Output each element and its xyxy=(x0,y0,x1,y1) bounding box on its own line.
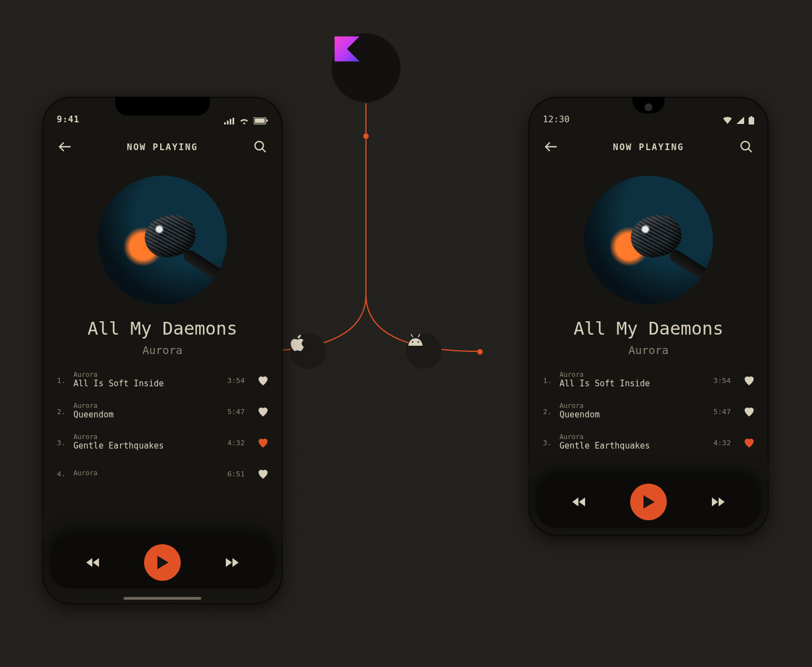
favorite-button[interactable] xyxy=(255,465,271,482)
next-button[interactable] xyxy=(707,492,727,512)
search-icon xyxy=(740,140,753,153)
track-duration: 5:47 xyxy=(706,407,731,416)
connector-graphic xyxy=(251,33,481,389)
skip-back-icon xyxy=(572,496,587,507)
track-meta: Aurora xyxy=(73,470,212,477)
transport-bar xyxy=(536,476,761,528)
track-index: 4. xyxy=(53,470,66,478)
track-row[interactable]: 1.AuroraAll Is Soft Inside3:54 xyxy=(53,365,271,396)
search-button[interactable] xyxy=(736,137,756,157)
apple-badge xyxy=(290,334,326,369)
track-name: Gentle Earthquakes xyxy=(560,441,699,452)
connector-dot-top xyxy=(363,133,369,139)
album-art-mic-body xyxy=(667,248,713,305)
page-title: NOW PLAYING xyxy=(127,142,198,152)
prev-button[interactable] xyxy=(83,552,103,573)
song-artist: Aurora xyxy=(42,344,283,357)
track-index: 1. xyxy=(53,376,66,385)
ios-clock: 9:41 xyxy=(57,114,80,125)
track-row[interactable]: 2.AuroraQueendom5:47 xyxy=(539,396,757,427)
android-topbar: NOW PLAYING xyxy=(528,128,769,161)
battery-icon xyxy=(254,117,268,125)
search-icon xyxy=(254,140,267,153)
back-button[interactable] xyxy=(55,137,75,157)
favorite-button[interactable] xyxy=(255,403,271,420)
album-art-mic-body xyxy=(181,248,227,305)
album-art xyxy=(98,176,227,305)
kotlin-badge xyxy=(331,33,400,102)
favorite-button[interactable] xyxy=(741,403,757,420)
track-duration: 3:54 xyxy=(220,376,245,385)
track-artist: Aurora xyxy=(560,371,699,379)
track-row[interactable]: 4.Aurora6:51 xyxy=(53,458,271,489)
ios-topbar: NOW PLAYING xyxy=(42,128,283,161)
svg-point-1 xyxy=(418,341,419,343)
heart-icon xyxy=(743,374,755,386)
song-title: All My Daemons xyxy=(42,318,283,339)
play-icon xyxy=(155,555,170,570)
wifi-icon xyxy=(723,117,732,124)
prev-button[interactable] xyxy=(570,492,590,512)
heart-icon xyxy=(257,405,269,417)
play-button[interactable] xyxy=(144,544,181,581)
search-button[interactable] xyxy=(250,137,270,157)
svg-rect-3 xyxy=(255,118,265,123)
android-phone-frame: 12:30 NOW PLAYING All My Daemons Aurora … xyxy=(528,97,769,536)
track-row[interactable]: 1.AuroraAll Is Soft Inside3:54 xyxy=(539,365,757,396)
track-meta: AuroraAll Is Soft Inside xyxy=(73,371,212,390)
heart-icon xyxy=(257,467,269,480)
track-row[interactable]: 3.AuroraGentle Earthquakes4:32 xyxy=(53,427,271,458)
favorite-button[interactable] xyxy=(741,434,757,451)
track-name: All Is Soft Inside xyxy=(560,379,699,390)
ios-notch xyxy=(115,97,210,116)
ios-tracklist[interactable]: 1.AuroraAll Is Soft Inside3:542.AuroraQu… xyxy=(42,365,283,489)
cellular-icon xyxy=(736,117,744,124)
skip-forward-icon xyxy=(224,557,239,568)
track-artist: Aurora xyxy=(73,434,212,441)
svg-rect-7 xyxy=(750,116,752,118)
track-row[interactable]: 2.AuroraQueendom5:47 xyxy=(53,396,271,427)
android-badge xyxy=(406,334,442,369)
track-duration: 6:51 xyxy=(220,470,245,478)
track-artist: Aurora xyxy=(560,434,699,441)
skip-forward-icon xyxy=(710,496,725,507)
track-name: Queendom xyxy=(560,410,699,421)
connector-dot-right xyxy=(477,349,483,355)
home-indicator[interactable] xyxy=(123,597,201,600)
track-meta: AuroraAll Is Soft Inside xyxy=(560,371,699,390)
song-artist: Aurora xyxy=(528,344,769,357)
track-name: All Is Soft Inside xyxy=(73,379,212,390)
heart-icon xyxy=(743,405,755,417)
play-icon xyxy=(641,494,656,510)
track-duration: 3:54 xyxy=(706,376,731,385)
android-clock: 12:30 xyxy=(543,114,570,125)
svg-rect-4 xyxy=(266,120,268,122)
track-meta: AuroraGentle Earthquakes xyxy=(560,434,699,452)
track-index: 3. xyxy=(53,439,66,447)
heart-icon xyxy=(743,436,755,449)
favorite-button[interactable] xyxy=(255,434,271,451)
play-button[interactable] xyxy=(630,484,667,520)
track-row[interactable]: 3.AuroraGentle Earthquakes4:32 xyxy=(539,427,757,458)
favorite-button[interactable] xyxy=(741,372,757,389)
next-button[interactable] xyxy=(221,552,241,573)
song-title: All My Daemons xyxy=(528,318,769,339)
album-art xyxy=(584,176,713,305)
back-button[interactable] xyxy=(541,137,561,157)
heart-icon xyxy=(257,436,269,449)
track-duration: 4:32 xyxy=(706,439,731,447)
track-duration: 5:47 xyxy=(220,407,245,416)
track-name: Gentle Earthquakes xyxy=(73,441,212,452)
track-meta: AuroraQueendom xyxy=(560,402,699,421)
svg-point-0 xyxy=(412,341,414,343)
track-index: 1. xyxy=(539,376,552,385)
battery-icon xyxy=(749,116,754,125)
track-artist: Aurora xyxy=(73,402,212,410)
favorite-button[interactable] xyxy=(255,372,271,389)
svg-rect-6 xyxy=(749,117,754,125)
wifi-icon xyxy=(239,117,249,125)
track-index: 2. xyxy=(53,407,66,416)
android-tracklist[interactable]: 1.AuroraAll Is Soft Inside3:542.AuroraQu… xyxy=(528,365,769,458)
list-fade xyxy=(42,511,283,539)
android-icon xyxy=(406,334,425,346)
